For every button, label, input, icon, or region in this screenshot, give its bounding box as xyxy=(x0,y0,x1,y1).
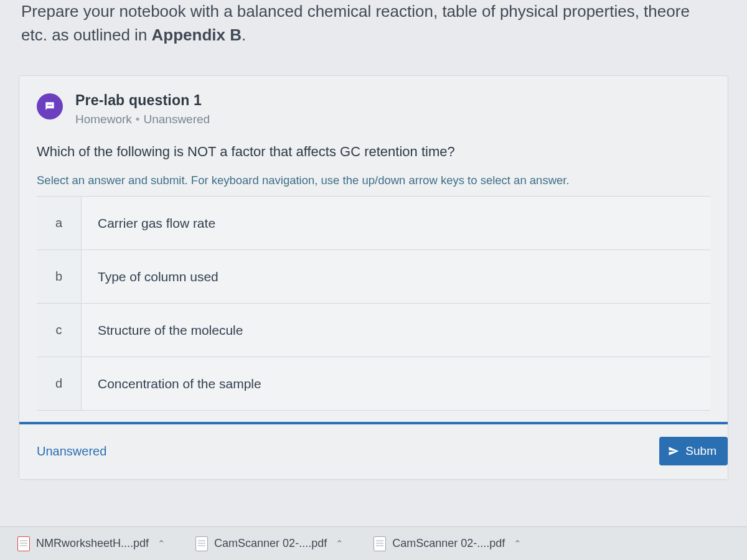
svg-point-1 xyxy=(49,105,50,106)
file-icon xyxy=(195,536,208,551)
downloads-bar: NMRworksheetH....pdf ⌃ CamScanner 02-...… xyxy=(0,526,747,560)
choice-letter: d xyxy=(37,357,82,410)
choices-list: a Carrier gas flow rate b Type of column… xyxy=(37,196,710,411)
paper-plane-icon xyxy=(668,446,679,457)
choice-text: Concentration of the sample xyxy=(82,376,261,391)
svg-point-0 xyxy=(48,105,49,106)
chevron-up-icon[interactable]: ⌃ xyxy=(511,538,522,549)
svg-point-2 xyxy=(51,105,52,106)
question-card: Pre-lab question 1 Homework•Unanswered W… xyxy=(19,75,728,480)
download-filename: CamScanner 02-....pdf xyxy=(392,537,505,550)
footer-status-label: Unanswered xyxy=(37,444,106,459)
choice-b[interactable]: b Type of column used xyxy=(37,250,710,304)
choice-letter: b xyxy=(37,250,82,303)
question-status-bar: Unanswered Subm xyxy=(19,422,728,479)
chevron-up-icon[interactable]: ⌃ xyxy=(333,538,344,549)
intro-paragraph: Prepare your notebook with a balanced ch… xyxy=(19,0,728,58)
choice-letter: a xyxy=(37,197,82,250)
chevron-up-icon[interactable]: ⌃ xyxy=(155,538,166,549)
chat-bubble-icon xyxy=(37,93,63,119)
question-status-tag: Unanswered xyxy=(143,113,210,126)
choice-letter: c xyxy=(37,304,82,357)
choice-d[interactable]: d Concentration of the sample xyxy=(37,357,710,411)
choice-text: Structure of the molecule xyxy=(82,323,243,338)
choice-text: Carrier gas flow rate xyxy=(82,216,215,231)
intro-line-2a: etc. as outlined in xyxy=(21,26,152,44)
question-stem: Which of the following is NOT a factor t… xyxy=(37,144,710,160)
download-item[interactable]: CamScanner 02-....pdf ⌃ xyxy=(189,533,350,555)
download-filename: NMRworksheetH....pdf xyxy=(36,537,149,550)
choice-c[interactable]: c Structure of the molecule xyxy=(37,304,710,357)
download-filename: CamScanner 02-....pdf xyxy=(214,537,327,550)
download-item[interactable]: CamScanner 02-....pdf ⌃ xyxy=(367,533,528,555)
pdf-file-icon xyxy=(17,536,30,551)
meta-separator-icon: • xyxy=(132,113,144,126)
submit-button[interactable]: Subm xyxy=(659,437,728,465)
question-instruction: Select an answer and submit. For keyboar… xyxy=(37,174,710,187)
file-icon xyxy=(374,536,386,551)
intro-appendix: Appendix B xyxy=(152,26,242,44)
choice-a[interactable]: a Carrier gas flow rate xyxy=(37,197,710,250)
question-meta: Homework•Unanswered xyxy=(75,113,210,126)
choice-text: Type of column used xyxy=(82,269,218,284)
intro-line-1: Prepare your notebook with a balanced ch… xyxy=(21,2,690,21)
question-category: Homework xyxy=(75,113,132,126)
intro-line-2b: . xyxy=(242,26,246,44)
submit-button-label: Subm xyxy=(685,444,716,458)
question-title: Pre-lab question 1 xyxy=(75,92,210,109)
download-item[interactable]: NMRworksheetH....pdf ⌃ xyxy=(11,533,172,555)
